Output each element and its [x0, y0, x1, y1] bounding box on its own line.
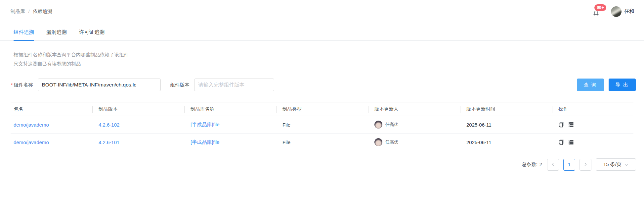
- repo-link[interactable]: [半成品库]file: [191, 122, 220, 128]
- chevron-left-icon: [551, 162, 555, 168]
- breadcrumb: 制品库 / 依赖追溯: [11, 8, 52, 15]
- breadcrumb-parent[interactable]: 制品库: [11, 8, 25, 15]
- header-repo-name: 制品库名称: [184, 102, 276, 116]
- table-row: demo/javademo 4.2.6-102 [半成品库]file File …: [11, 116, 633, 134]
- notification-badge: 99+: [594, 4, 606, 11]
- header-version-updater: 版本更新人: [368, 102, 460, 116]
- artifact-type: File: [282, 122, 290, 128]
- chevron-right-icon: [584, 162, 587, 168]
- description-line2: 只支持追溯自己有读权限的制品: [14, 59, 644, 68]
- avatar[interactable]: [611, 6, 622, 17]
- table-header: 包名 制品版本 制品库名称 制品类型 版本更新人 版本更新时间 操作: [11, 102, 633, 116]
- header-version-update-time: 版本更新时间: [460, 102, 552, 116]
- update-time: 2025-06-11: [466, 122, 492, 128]
- results-table: 包名 制品版本 制品库名称 制品类型 版本更新人 版本更新时间 操作 demo/…: [11, 102, 633, 151]
- list-icon[interactable]: [568, 122, 574, 128]
- updater-name: 任高优: [385, 139, 398, 145]
- form-actions: 查 询 导 出: [577, 79, 636, 91]
- chevron-down-icon: [624, 162, 628, 167]
- page: 制品库 / 依赖追溯 99+ 任和 组件追溯 漏洞追溯 许可证追溯: [0, 0, 644, 224]
- version-link[interactable]: 4.2.6-101: [99, 140, 119, 145]
- description-line1: 根据组件名称和版本查询平台内哪些制品依赖了该组件: [14, 50, 644, 59]
- copy-icon[interactable]: [558, 122, 564, 128]
- total-count-value: 2: [539, 162, 542, 167]
- next-page-button[interactable]: [580, 159, 591, 171]
- tab-license-trace[interactable]: 许可证追溯: [79, 23, 105, 41]
- page-number-button[interactable]: 1: [563, 159, 575, 171]
- updater-avatar: [374, 138, 382, 146]
- repo-link[interactable]: [半成品库]file: [191, 139, 220, 145]
- total-count: 总条数:2: [522, 161, 542, 168]
- updater-name: 任高优: [385, 122, 398, 128]
- search-form: * 组件名称 组件版本 查 询 导 出: [0, 79, 644, 91]
- required-mark: *: [11, 82, 13, 87]
- component-name-label: 组件名称: [14, 82, 33, 88]
- export-button[interactable]: 导 出: [609, 79, 636, 91]
- tabbar: 组件追溯 漏洞追溯 许可证追溯: [0, 23, 644, 41]
- component-version-input[interactable]: [194, 79, 274, 91]
- breadcrumb-current: 依赖追溯: [33, 8, 52, 15]
- page-size-select[interactable]: 15 条/页: [596, 158, 636, 171]
- topbar-right: 99+ 任和: [592, 6, 634, 17]
- description: 根据组件名称和版本查询平台内哪些制品依赖了该组件 只支持追溯自己有读权限的制品: [14, 50, 644, 68]
- bell-icon: [593, 10, 599, 17]
- table-row: demo/javademo 4.2.6-101 [半成品库]file File …: [11, 134, 633, 151]
- updater-avatar: [374, 121, 382, 129]
- breadcrumb-separator: /: [28, 9, 30, 14]
- header-artifact-version: 制品版本: [92, 102, 184, 116]
- package-link[interactable]: demo/javademo: [14, 122, 49, 128]
- search-button[interactable]: 查 询: [577, 79, 604, 91]
- page-size-value: 15 条/页: [603, 161, 622, 168]
- artifact-type: File: [282, 140, 290, 145]
- tab-vulnerability-trace[interactable]: 漏洞追溯: [46, 23, 67, 41]
- component-version-label: 组件版本: [170, 82, 189, 88]
- prev-page-button[interactable]: [547, 159, 559, 171]
- component-name-input[interactable]: [38, 79, 161, 91]
- package-link[interactable]: demo/javademo: [14, 140, 49, 145]
- tab-component-trace[interactable]: 组件追溯: [14, 23, 34, 41]
- header-artifact-type: 制品类型: [276, 102, 368, 116]
- username[interactable]: 任和: [624, 8, 634, 15]
- notification-button[interactable]: 99+: [592, 6, 601, 17]
- list-icon[interactable]: [568, 139, 574, 145]
- update-time: 2025-06-11: [466, 140, 492, 145]
- version-link[interactable]: 4.2.6-102: [99, 122, 119, 128]
- header-operations: 操作: [552, 102, 633, 116]
- pagination: 总条数:2 1 15 条/页: [0, 158, 644, 171]
- copy-icon[interactable]: [558, 139, 564, 145]
- header-package: 包名: [11, 102, 92, 116]
- topbar: 制品库 / 依赖追溯 99+ 任和: [0, 0, 644, 23]
